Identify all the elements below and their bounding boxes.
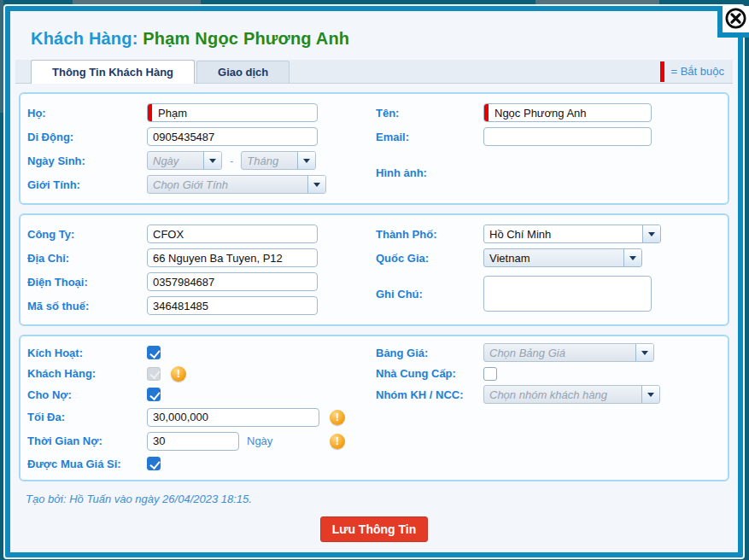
close-button[interactable] [717,6,749,38]
debt-days-input[interactable] [147,432,239,451]
section-identity: Họ: Tên: Di Động: Email: Ngày Sinh: Ngày… [19,92,729,205]
firstname-label: Tên: [376,107,483,120]
allow-debt-label: Cho Nợ: [27,388,147,401]
max-debt-input[interactable] [147,408,319,427]
is-customer-label: Khách Hàng: [27,367,147,380]
taxcode-label: Mã số thuế: [27,300,147,312]
section-settings: Kích Hoạt: Bảng Giá: Chọn Bảng Giá Khách… [19,335,729,481]
debt-days-label: Thời Gian Nợ: [27,435,147,447]
gender-select[interactable]: Chọn Giới Tính [147,175,326,194]
company-input[interactable] [147,225,318,243]
address-label: Địa Chỉ: [27,252,147,265]
chevron-down-icon [635,344,653,361]
mobile-label: Di Động: [27,131,147,143]
max-debt-label: Tối Đa: [27,411,147,423]
firstname-input[interactable] [483,103,652,122]
chevron-down-icon [641,386,659,403]
is-customer-checkbox [147,367,161,381]
created-by-note: Tạo bởi: Hồ Tuấn vào ngày 26/04/2023 18:… [26,493,738,505]
customer-modal: Khách Hàng: Phạm Ngọc Phương Anh Thông T… [5,6,743,557]
phone-input[interactable] [147,272,318,291]
image-label: Hình ảnh: [376,166,483,179]
wholesale-label: Được Mua Giá Sỉ: [27,458,147,470]
chevron-down-icon [297,152,315,169]
page-title: Khách Hàng: Phạm Ngọc Phương Anh [31,29,738,49]
group-select[interactable]: Chọn nhóm khách hàng [483,385,660,404]
notes-label: Ghi Chú: [376,288,483,300]
required-marker-icon [660,61,664,82]
lastname-input[interactable] [147,103,318,122]
required-legend: = Bắt buộc [660,60,724,83]
warning-icon[interactable]: ! [330,434,345,449]
group-label: Nhóm KH / NCC: [376,388,483,401]
chevron-down-icon [623,249,641,266]
wholesale-checkbox[interactable] [147,457,161,470]
background-scrollbar-remnant [0,0,3,113]
active-label: Kích Hoạt: [27,347,147,359]
city-label: Thành Phố: [376,228,483,241]
required-field-wrapper [147,103,318,122]
active-checkbox[interactable] [147,346,161,359]
warning-icon[interactable]: ! [171,366,186,382]
allow-debt-checkbox[interactable] [147,388,161,401]
birth-month-select[interactable]: Tháng [241,151,316,170]
birth-day-select[interactable]: Ngày [147,151,222,170]
background-page-remnant [73,0,201,4]
date-separator: - [230,155,233,167]
required-legend-text: = Bắt buộc [670,65,724,78]
country-select[interactable]: Vietnam [483,248,642,267]
mobile-input[interactable] [147,127,318,146]
close-icon [725,8,746,29]
is-supplier-label: Nhà Cung Cấp: [376,367,483,380]
country-label: Quốc Gia: [376,252,483,265]
tab-transactions[interactable]: Giao dịch [196,61,290,83]
gender-label: Giới Tính: [27,178,147,191]
background-page-remnant [535,0,659,4]
company-label: Công Ty: [27,228,147,241]
email-label: Email: [376,131,483,143]
pricelist-select[interactable]: Chọn Bảng Giá [483,343,654,362]
pricelist-label: Bảng Giá: [376,347,483,359]
lastname-label: Họ: [27,107,147,120]
required-field-wrapper [483,103,652,122]
warning-icon[interactable]: ! [330,410,345,425]
is-supplier-checkbox[interactable] [483,367,497,381]
chevron-down-icon [307,176,325,193]
birthdate-label: Ngày Sinh: [27,155,147,167]
phone-label: Điện Thoại: [27,276,147,289]
save-button[interactable]: Lưu Thông Tin [320,516,429,542]
taxcode-input[interactable] [147,296,318,315]
debt-days-unit: Ngày [247,435,272,447]
section-company: Công Ty: Thành Phố: Hồ Chí Minh Địa Chỉ:… [19,213,729,326]
email-input[interactable] [483,127,652,146]
address-input[interactable] [147,248,318,267]
city-select[interactable]: Hồ Chí Minh [483,225,661,243]
customer-name: Phạm Ngọc Phương Anh [143,29,349,48]
tab-customer-info[interactable]: Thông Tin Khách Hàng [31,60,195,84]
notes-textarea[interactable] [483,276,652,312]
title-label: Khách Hàng: [31,29,138,48]
button-row: Lưu Thông Tin [10,516,738,542]
chevron-down-icon [203,152,221,169]
chevron-down-icon [642,225,660,242]
tab-bar: Thông Tin Khách Hàng Giao dịch = Bắt buộ… [15,60,733,84]
